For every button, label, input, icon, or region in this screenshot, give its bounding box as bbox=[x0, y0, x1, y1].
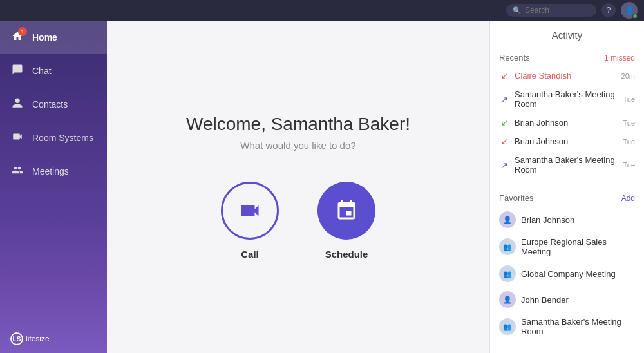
add-favorite-button[interactable]: Add bbox=[621, 194, 635, 203]
recent-name-4: Samantha Baker's Meeting Room bbox=[515, 155, 618, 175]
activity-title: Activity bbox=[490, 21, 644, 46]
recent-name-3: Brian Johnson bbox=[515, 137, 618, 146]
recent-item-0[interactable]: ↙ Claire Standish 20m bbox=[490, 66, 644, 85]
recent-time-0: 20m bbox=[621, 72, 635, 80]
topbar: 🔍 ? 👤 bbox=[0, 0, 644, 21]
help-icon[interactable]: ? bbox=[601, 3, 616, 17]
sidebar-bottom: LS lifesize bbox=[0, 325, 107, 353]
content-area: Welcome, Samantha Baker! What would you … bbox=[107, 21, 489, 353]
search-input[interactable] bbox=[525, 6, 590, 15]
sidebar-item-chat[interactable]: Chat bbox=[0, 54, 107, 88]
chat-icon bbox=[10, 64, 24, 78]
user-avatar[interactable]: 👤 bbox=[621, 2, 638, 19]
favorite-item-4[interactable]: 👥 Samantha Baker's Meeting Room bbox=[490, 312, 644, 341]
favorite-name-3: John Bender bbox=[521, 295, 635, 305]
recent-time-3: Tue bbox=[623, 138, 635, 146]
lifesize-logo: LS lifesize bbox=[10, 332, 50, 345]
favorites-header: Favorites Add bbox=[490, 187, 644, 207]
recents-label: Recents bbox=[499, 53, 530, 62]
favorite-name-0: Brian Johnson bbox=[521, 215, 635, 225]
welcome-title: Welcome, Samantha Baker! bbox=[186, 114, 410, 135]
schedule-label: Schedule bbox=[325, 249, 368, 260]
recordings-section: Recordings View Recordings bbox=[490, 348, 644, 353]
main-layout: Home 1 Chat Contacts bbox=[0, 21, 644, 353]
favorite-item-0[interactable]: 👤 Brian Johnson bbox=[490, 207, 644, 233]
meetings-icon bbox=[10, 164, 24, 178]
recent-item-2[interactable]: ↙ Brian Johnson Tue bbox=[490, 113, 644, 132]
recents-header: Recents 1 missed bbox=[490, 46, 644, 66]
recent-item-3[interactable]: ↙ Brian Johnson Tue bbox=[490, 132, 644, 151]
sidebar: Home 1 Chat Contacts bbox=[0, 21, 107, 353]
recent-time-1: Tue bbox=[623, 95, 635, 103]
recent-time-2: Tue bbox=[623, 119, 635, 127]
call-label: Call bbox=[241, 249, 259, 260]
call-icon-circle bbox=[221, 182, 279, 240]
sidebar-label-room-systems: Room Systems bbox=[32, 133, 93, 143]
action-buttons: Call Schedule bbox=[221, 182, 375, 260]
search-box[interactable]: 🔍 bbox=[506, 4, 596, 17]
favorite-name-4: Samantha Baker's Meeting Room bbox=[521, 317, 635, 336]
favorite-avatar-3: 👤 bbox=[499, 291, 516, 308]
search-icon: 🔍 bbox=[513, 6, 522, 15]
sidebar-item-home[interactable]: Home 1 bbox=[0, 21, 107, 54]
favorite-avatar-0: 👤 bbox=[499, 211, 516, 228]
sidebar-label-meetings: Meetings bbox=[32, 166, 69, 176]
room-systems-icon bbox=[10, 131, 24, 145]
sidebar-item-contacts[interactable]: Contacts bbox=[0, 88, 107, 121]
logo-text: lifesize bbox=[26, 334, 50, 343]
recent-name-0: Claire Standish bbox=[515, 71, 616, 81]
favorite-item-3[interactable]: 👤 John Bender bbox=[490, 287, 644, 312]
activity-panel: Activity Recents 1 missed ↙ Claire Stand… bbox=[489, 21, 644, 353]
outgoing-call-icon-4: ↗ bbox=[499, 160, 509, 170]
favorite-avatar-2: 👥 bbox=[499, 265, 516, 282]
recent-item-1[interactable]: ↗ Samantha Baker's Meeting Room Tue bbox=[490, 85, 644, 113]
favorite-avatar-4: 👥 bbox=[499, 318, 516, 335]
missed-call-icon-3: ↙ bbox=[499, 137, 509, 146]
recent-item-4[interactable]: ↗ Samantha Baker's Meeting Room Tue bbox=[490, 151, 644, 179]
favorite-name-2: Global Company Meeting bbox=[521, 269, 635, 279]
incoming-call-icon-2: ↙ bbox=[499, 118, 509, 128]
welcome-subtitle: What would you like to do? bbox=[240, 140, 355, 151]
home-badge: 1 bbox=[18, 27, 27, 36]
call-button[interactable]: Call bbox=[221, 182, 279, 260]
recent-name-1: Samantha Baker's Meeting Room bbox=[515, 90, 618, 109]
favorite-item-2[interactable]: 👥 Global Company Meeting bbox=[490, 261, 644, 287]
outgoing-call-icon-1: ↗ bbox=[499, 95, 509, 104]
logo-circle: LS bbox=[10, 332, 23, 345]
sidebar-label-home: Home bbox=[32, 32, 57, 43]
favorites-label: Favorites bbox=[499, 193, 533, 203]
recent-name-2: Brian Johnson bbox=[515, 118, 618, 128]
status-dot bbox=[632, 14, 638, 19]
missed-badge: 1 missed bbox=[604, 53, 635, 62]
sidebar-item-meetings[interactable]: Meetings bbox=[0, 155, 107, 188]
contacts-icon bbox=[10, 97, 24, 111]
favorite-name-1: Europe Regional Sales Meeting bbox=[521, 237, 635, 256]
sidebar-label-contacts: Contacts bbox=[32, 99, 68, 110]
sidebar-item-room-systems[interactable]: Room Systems bbox=[0, 121, 107, 155]
favorite-item-1[interactable]: 👥 Europe Regional Sales Meeting bbox=[490, 233, 644, 261]
missed-call-icon: ↙ bbox=[499, 71, 509, 81]
sidebar-label-chat: Chat bbox=[32, 66, 52, 76]
favorite-avatar-1: 👥 bbox=[499, 238, 516, 255]
schedule-button[interactable]: Schedule bbox=[317, 182, 375, 260]
recent-time-4: Tue bbox=[623, 161, 635, 169]
schedule-icon-circle bbox=[317, 182, 375, 240]
sidebar-nav: Home 1 Chat Contacts bbox=[0, 21, 107, 325]
